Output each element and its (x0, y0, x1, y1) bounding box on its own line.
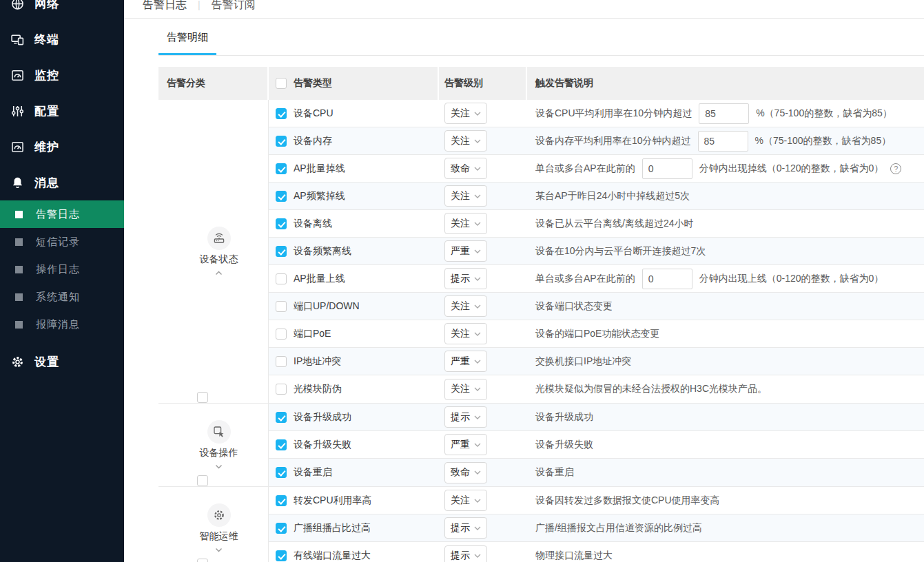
level-select[interactable]: 关注 (444, 490, 487, 511)
sidebar-item-maintenance[interactable]: 维护 (0, 129, 124, 165)
trigger-desc-cell: 设备升级失败 (527, 431, 924, 458)
level-select[interactable]: 关注 (444, 295, 487, 317)
alarm-type-cell: IP地址冲突 (269, 348, 439, 375)
table-row: 设备升级成功提示设备升级成功 (269, 404, 924, 431)
row-checkbox[interactable] (276, 136, 287, 147)
group-rows: 设备升级成功提示设备升级成功设备升级失败严重设备升级失败设备重启致命设备重启 (269, 404, 924, 486)
sidebar-subitem-alarm-log[interactable]: 告警日志 (0, 200, 124, 228)
level-select[interactable]: 关注 (444, 213, 487, 234)
sidebar-item-label: 维护 (34, 139, 59, 155)
chevron-down-icon (474, 443, 481, 447)
level-select[interactable]: 致命 (444, 462, 487, 483)
network-icon (9, 0, 25, 12)
tab-alarm-detail[interactable]: 告警明细 (158, 31, 216, 55)
level-select[interactable]: 严重 (444, 351, 487, 372)
alarm-level-cell: 关注 (439, 487, 527, 514)
row-checkbox[interactable] (276, 301, 287, 312)
chevron-down-icon (474, 112, 481, 116)
level-select[interactable]: 关注 (444, 323, 487, 344)
level-select[interactable]: 关注 (444, 103, 487, 124)
row-checkbox[interactable] (276, 108, 287, 119)
level-select[interactable]: 关注 (444, 379, 487, 400)
submenu-bullet-icon (15, 266, 23, 273)
sidebar-item-settings[interactable]: 设置 (0, 344, 124, 379)
main-content: 告警日志 | 告警订阅 告警明细 告警分类 告警类型 告警级别 触发告警说明 设… (124, 0, 924, 562)
threshold-input[interactable] (642, 158, 692, 179)
level-value: 提示 (451, 273, 470, 285)
page-tab-alarm-log[interactable]: 告警日志 (143, 0, 187, 12)
level-select[interactable]: 致命 (444, 158, 487, 179)
row-checkbox[interactable] (276, 412, 287, 423)
alarm-type-label: 设备频繁离线 (294, 245, 351, 258)
threshold-input[interactable] (642, 269, 692, 289)
sidebar-subitem-fault-message[interactable]: 报障消息 (0, 311, 124, 338)
collapse-down-icon[interactable] (211, 546, 227, 554)
row-checkbox[interactable] (276, 384, 287, 395)
threshold-input[interactable] (699, 103, 749, 124)
select-all-checkbox[interactable] (276, 78, 287, 89)
sidebar-item-terminal[interactable]: 终端 (0, 21, 124, 57)
level-value: 致命 (451, 466, 470, 479)
category-stack: 设备操作 (200, 420, 238, 470)
sidebar-subitem-operation-log[interactable]: 操作日志 (0, 256, 124, 283)
level-select[interactable]: 提示 (444, 545, 487, 562)
sidebar-subitem-system-notice[interactable]: 系统通知 (0, 283, 124, 311)
category-cell-device-operation: 设备操作 (158, 404, 269, 486)
trigger-desc-cell: 光模块疑似为假冒的未经合法授权的H3C光模块产品。 (527, 375, 924, 403)
sidebar-item-config[interactable]: 配置 (0, 93, 124, 129)
row-checkbox[interactable] (276, 495, 287, 506)
sidebar-subitem-sms-record[interactable]: 短信记录 (0, 228, 124, 256)
row-checkbox[interactable] (276, 467, 287, 478)
alarm-type-cell: 端口UP/DOWN (269, 293, 439, 320)
sidebar-item-message[interactable]: 消息 (0, 165, 124, 200)
help-icon[interactable]: ? (890, 163, 901, 174)
level-select[interactable]: 严重 (444, 240, 487, 262)
sidebar-item-monitor[interactable]: 监控 (0, 57, 124, 93)
page-tab-alarm-subscription[interactable]: 告警订阅 (212, 0, 256, 12)
trigger-desc-cell: 设备已从云平台离线/离线超过24小时 (527, 210, 924, 237)
table-row: AP频繁掉线关注某台AP于昨日24小时中掉线超过5次 (269, 183, 924, 210)
alarm-type-cell: 设备CPU (269, 100, 439, 127)
category-checkbox[interactable] (197, 392, 208, 403)
alarm-type-cell: 转发CPU利用率高 (269, 487, 439, 514)
row-checkbox[interactable] (276, 550, 287, 561)
row-checkbox[interactable] (276, 246, 287, 257)
category-cell-smart-ops: 智能运维 (158, 487, 269, 562)
trigger-desc-text: 设备升级失败 (535, 439, 593, 451)
level-select[interactable]: 提示 (444, 517, 487, 539)
sidebar-item-network[interactable]: 网络 (0, 0, 124, 21)
collapse-up-icon[interactable] (211, 269, 227, 277)
row-checkbox[interactable] (276, 273, 287, 284)
alarm-type-cell: 设备频繁离线 (269, 238, 439, 264)
row-checkbox[interactable] (276, 523, 287, 534)
sidebar-item-label: 配置 (34, 103, 59, 119)
row-checkbox[interactable] (276, 191, 287, 202)
alarm-type-label: 设备离线 (294, 218, 332, 230)
row-checkbox[interactable] (276, 163, 287, 174)
config-icon (9, 103, 25, 119)
header-alarm-category: 告警分类 (158, 67, 269, 100)
header-alarm-type-label: 告警类型 (294, 77, 332, 90)
threshold-input[interactable] (698, 131, 748, 152)
category-checkbox[interactable] (197, 475, 208, 486)
level-value: 关注 (451, 300, 470, 313)
alarm-type-cell: 光模块防伪 (269, 375, 439, 403)
table-row: 端口UP/DOWN关注设备端口状态变更 (269, 293, 924, 320)
category-checkbox[interactable] (197, 559, 208, 562)
row-checkbox[interactable] (276, 329, 287, 340)
collapse-down-icon[interactable] (211, 463, 227, 470)
row-checkbox[interactable] (276, 356, 287, 367)
row-checkbox[interactable] (276, 439, 287, 450)
row-checkbox[interactable] (276, 218, 287, 229)
level-value: 关注 (451, 383, 470, 395)
level-select[interactable]: 提示 (444, 406, 487, 428)
alarm-type-label: 设备重启 (294, 466, 332, 479)
level-select[interactable]: 严重 (444, 434, 487, 455)
trigger-desc-text: 设备在10分内与云平台断开连接超过7次 (535, 245, 706, 258)
table-row: 光模块防伪关注光模块疑似为假冒的未经合法授权的H3C光模块产品。 (269, 375, 924, 403)
level-select[interactable]: 关注 (444, 130, 487, 152)
level-value: 关注 (451, 107, 470, 120)
level-select[interactable]: 提示 (444, 268, 487, 289)
level-select[interactable]: 关注 (444, 185, 487, 207)
table-row: 设备频繁离线严重设备在10分内与云平台断开连接超过7次 (269, 238, 924, 265)
